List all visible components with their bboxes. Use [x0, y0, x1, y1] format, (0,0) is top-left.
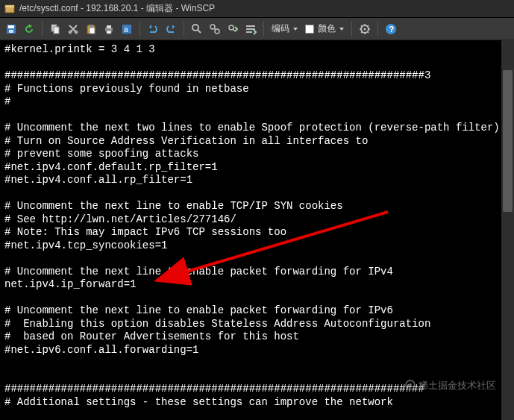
svg-rect-11 — [90, 28, 95, 34]
editor-area[interactable]: #kernel.printk = 3 4 1 3 ###############… — [0, 40, 514, 420]
titlebar: /etc/sysctl.conf - 192.168.20.1 - 编辑器 - … — [0, 0, 514, 18]
find-next-button[interactable] — [225, 21, 241, 37]
svg-rect-10 — [89, 25, 93, 27]
replace-button[interactable] — [207, 21, 223, 37]
svg-rect-22 — [246, 28, 255, 30]
select-all-button[interactable]: a — [119, 21, 135, 37]
goto-line-button[interactable] — [242, 21, 259, 37]
svg-rect-14 — [107, 31, 111, 34]
svg-point-31 — [409, 383, 412, 386]
watermark-text: 稀土掘金技术社区 — [419, 379, 496, 392]
separator — [263, 22, 264, 37]
separator — [351, 22, 352, 37]
watermark: 稀土掘金技术社区 — [405, 379, 496, 392]
separator — [184, 22, 184, 37]
encoding-dropdown[interactable]: 编码 — [269, 21, 301, 37]
svg-rect-13 — [107, 25, 111, 28]
redo-button[interactable] — [163, 21, 179, 37]
svg-rect-4 — [9, 30, 13, 33]
chevron-down-icon — [293, 28, 298, 31]
svg-point-25 — [364, 28, 366, 30]
svg-text:a: a — [124, 25, 128, 34]
svg-rect-23 — [246, 31, 252, 33]
svg-rect-3 — [8, 25, 14, 28]
scrollbar-thumb[interactable] — [503, 70, 513, 212]
separator — [140, 22, 140, 37]
vertical-scrollbar[interactable] — [501, 40, 514, 420]
editor-text[interactable]: #kernel.printk = 3 4 1 3 ###############… — [4, 43, 510, 409]
svg-rect-6 — [54, 27, 59, 34]
color-dropdown[interactable]: 颜色 — [302, 21, 347, 37]
help-button[interactable]: ? — [383, 21, 399, 37]
app-icon — [4, 4, 15, 14]
color-swatch-icon — [305, 25, 314, 34]
print-button[interactable] — [101, 21, 117, 37]
separator — [42, 22, 43, 37]
settings-button[interactable] — [357, 21, 373, 37]
separator — [377, 22, 378, 37]
svg-rect-1 — [5, 5, 14, 7]
encoding-label: 编码 — [272, 22, 289, 35]
undo-button[interactable] — [145, 21, 161, 37]
color-label: 颜色 — [318, 22, 336, 35]
cut-button[interactable] — [65, 21, 81, 37]
save-button[interactable] — [3, 21, 19, 37]
paste-button[interactable] — [83, 21, 99, 37]
window-title: /etc/sysctl.conf - 192.168.20.1 - 编辑器 - … — [19, 2, 215, 15]
svg-point-17 — [192, 25, 198, 31]
svg-rect-21 — [246, 25, 255, 27]
reload-button[interactable] — [21, 21, 37, 37]
toolbar: a 编码 颜色 ? — [0, 18, 514, 40]
copy-button[interactable] — [47, 21, 63, 37]
find-button[interactable] — [189, 21, 205, 37]
chevron-down-icon — [339, 28, 344, 31]
svg-text:?: ? — [389, 25, 395, 34]
